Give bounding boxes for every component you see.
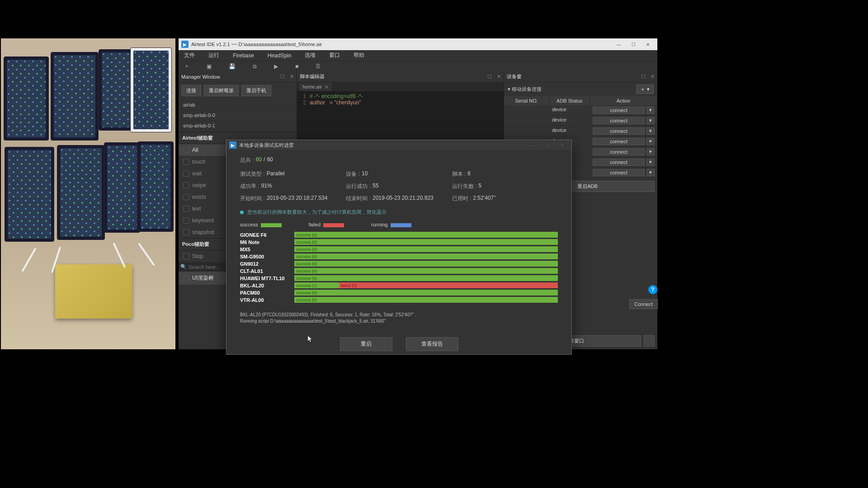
device-count: 10: [362, 170, 368, 178]
report-icon[interactable]: ☰: [316, 63, 321, 70]
stop-icon[interactable]: ■: [295, 63, 298, 70]
device-connect-button[interactable]: connect: [593, 117, 645, 124]
device-name: VTR-AL00: [240, 297, 290, 303]
panel-close-icon[interactable]: ✕: [497, 74, 501, 80]
help-badge[interactable]: ?: [648, 285, 657, 294]
fail-count: 5: [478, 183, 481, 190]
restart-pi-button[interactable]: 重启树莓派: [204, 85, 239, 96]
search-icon: 🔍: [180, 264, 187, 270]
adb-status: device: [549, 116, 590, 126]
device-panel-title: 设备窗: [507, 73, 522, 80]
editor-tab[interactable]: home.air ✕: [299, 83, 332, 91]
device-connect-dropdown[interactable]: ▾: [646, 107, 655, 114]
progress-segment: success (6): [294, 297, 558, 303]
manager-item[interactable]: smp-airlab-0-0: [179, 110, 297, 121]
menu-help[interactable]: 帮助: [354, 52, 364, 59]
menu-headspin[interactable]: HeadSpin: [268, 52, 292, 59]
menu-window[interactable]: 窗口: [329, 52, 340, 59]
save-icon[interactable]: 💾: [229, 63, 236, 70]
restart-button[interactable]: 重启: [340, 337, 392, 351]
device-connect-button[interactable]: connect: [593, 138, 645, 145]
progress-row: M6 Notesuccess (6): [240, 239, 558, 245]
device-connect-button[interactable]: connect: [593, 159, 645, 166]
menu-options[interactable]: 选项: [305, 52, 316, 59]
manager-item[interactable]: airlab: [179, 100, 297, 110]
progress-segment: success (1): [294, 282, 339, 288]
app-icon: ▶: [229, 141, 236, 149]
test-type: Parallel: [267, 170, 285, 178]
save-all-icon[interactable]: ⧉: [253, 63, 257, 70]
device-rack-photo: [1, 38, 175, 349]
view-report-button[interactable]: 查看报告: [406, 337, 458, 351]
perf-hint: 您当前运行的脚本数量较大，为了减少对计算机负荷，简化显示: [240, 209, 558, 216]
total-done: 60: [256, 156, 262, 164]
progress-segment: success (6): [294, 232, 558, 238]
menu-file[interactable]: 文件: [184, 52, 195, 59]
device-name: CLT-AL01: [240, 268, 290, 274]
adb-status: device: [549, 105, 590, 115]
device-connect-dropdown[interactable]: ▾: [646, 159, 655, 166]
log-line: BKL-AL20 (P7CDU18323002493), Finished: 6…: [240, 312, 558, 318]
device-connect-dropdown[interactable]: ▾: [646, 138, 655, 145]
tab-close-icon[interactable]: ✕: [325, 84, 328, 89]
device-connect-button[interactable]: connect: [593, 148, 645, 155]
chevron-down-icon: ▾: [647, 86, 650, 92]
progress-row: BKL-AL20success (1)failed (5): [240, 282, 558, 288]
editor-tab-label: home.air: [302, 84, 322, 89]
panel-float-icon[interactable]: ☐: [487, 74, 492, 80]
chevron-down-icon[interactable]: ▾: [508, 86, 510, 92]
device-name: SM-G9500: [240, 254, 290, 259]
play-icon[interactable]: ▶: [274, 63, 278, 70]
start-time: 2019-05-23 20:18:27.534: [267, 195, 328, 202]
connect-button-large[interactable]: Connect: [629, 299, 658, 309]
progress-segment: success (6): [294, 239, 558, 245]
app-icon: ▶: [181, 41, 189, 48]
device-connect-button[interactable]: connect: [593, 169, 645, 176]
progress-row: VTR-AL00success (6): [240, 297, 558, 303]
restart-phone-button[interactable]: 重启手机: [241, 85, 271, 96]
script-count: 6: [467, 170, 471, 178]
modal-maximize-button[interactable]: ☐: [541, 141, 554, 150]
connect-button[interactable]: 连接: [181, 85, 201, 96]
device-connect-button[interactable]: connect: [593, 107, 645, 114]
progress-modal: ▶ 本地多设备测试实时进度 — ☐ ✕ 总共 : 60 / 60 测试类型 :P…: [226, 140, 572, 355]
maximize-button[interactable]: ☐: [627, 40, 640, 49]
device-row: deviceconnect▾: [504, 116, 657, 126]
window-title: Airtest IDE v1.2.1 ~~ D:\aaaaaaaaaaaaaaa…: [191, 42, 322, 47]
panel-close-icon[interactable]: ✕: [290, 74, 294, 80]
pass-count: 55: [373, 183, 378, 190]
device-connect-dropdown[interactable]: ▾: [646, 148, 655, 155]
menu-run[interactable]: 运行: [208, 52, 219, 59]
modal-close-button[interactable]: ✕: [555, 141, 569, 150]
modal-minimize-button[interactable]: —: [526, 141, 540, 150]
menu-firebase[interactable]: Firebase: [233, 52, 254, 59]
device-connect-dropdown[interactable]: ▾: [646, 169, 655, 176]
device-connect-button[interactable]: connect: [593, 127, 645, 135]
search-window-aux[interactable]: [644, 335, 655, 347]
device-section-label: 移动设备连接: [512, 86, 542, 93]
minimize-button[interactable]: —: [612, 40, 626, 49]
add-device-button[interactable]: ＋▾: [636, 84, 654, 94]
panel-close-icon[interactable]: ✕: [651, 74, 655, 80]
manager-item[interactable]: smp-airlab-0-1: [179, 121, 297, 131]
progress-row: MX5success (6): [240, 246, 558, 252]
device-name: MX5: [240, 247, 290, 252]
progress-row: SM-G9500success (6): [240, 253, 558, 259]
device-connect-dropdown[interactable]: ▾: [646, 117, 655, 124]
progress-segment: success (6): [294, 261, 558, 267]
progress-segment: success (6): [294, 275, 558, 281]
success-rate: 91%: [261, 183, 272, 190]
close-button[interactable]: ✕: [641, 40, 655, 49]
device-name: BKL-AL20: [240, 283, 290, 288]
panel-float-icon[interactable]: ☐: [641, 74, 646, 80]
toolbar: ＋ ▣ 💾 ⧉ ▶ ■ ☰: [179, 61, 657, 71]
total-all: 60: [267, 156, 273, 164]
device-row: deviceconnect▾: [504, 105, 657, 116]
device-connect-dropdown[interactable]: ▾: [646, 127, 655, 135]
progress-row: HUAWEI MT7-TL10success (6): [240, 275, 558, 281]
open-icon[interactable]: ▣: [207, 63, 212, 70]
device-name: HUAWEI MT7-TL10: [240, 276, 290, 281]
new-icon[interactable]: ＋: [184, 62, 189, 70]
panel-float-icon[interactable]: ☐: [280, 74, 285, 80]
progress-row: PACM00success (6): [240, 290, 558, 296]
